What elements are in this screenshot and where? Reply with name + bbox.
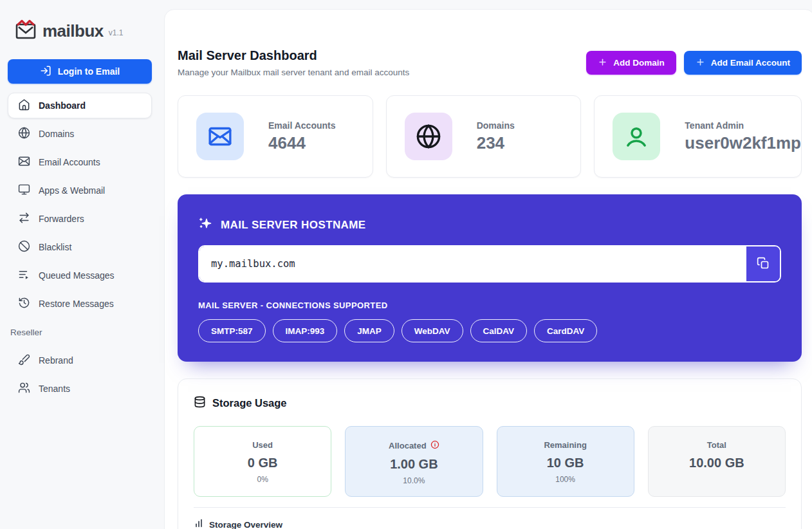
brand-version: v1.1: [109, 28, 124, 37]
page-subtitle: Manage your Mailbux mail server tenant a…: [178, 68, 409, 77]
sidebar-item-label: Blacklist: [39, 242, 71, 252]
storage-title-row: Storage Usage: [194, 379, 786, 411]
storage-card-percent: 0%: [194, 475, 331, 484]
sidebar-section-reseller: Reseller: [8, 318, 156, 346]
storage-divider: [194, 507, 786, 508]
stat-text-block: Tenant Admin user0w2kf1mp: [685, 120, 801, 153]
sidebar-item-restore-messages[interactable]: Restore Messages: [8, 290, 156, 318]
add-email-account-label: Add Email Account: [711, 58, 790, 68]
storage-card-percent: 10.0%: [346, 476, 482, 485]
chip-smtp[interactable]: SMTP:587: [198, 319, 266, 342]
login-icon: [40, 65, 51, 79]
storage-card-value: 10.00 GB: [649, 456, 785, 470]
mail-server-hostname-panel: MAIL SERVER HOSTNAME MAIL SERVER - CONNE…: [178, 194, 802, 362]
sidebar-item-rebrand[interactable]: Rebrand: [8, 346, 156, 375]
plus-icon: [598, 57, 607, 69]
sidebar-item-label: Restore Messages: [39, 299, 114, 309]
page-title: Mail Server Dashboard: [178, 48, 409, 63]
hostname-input-group: [198, 245, 781, 283]
chip-caldav[interactable]: CalDAV: [470, 319, 528, 342]
page-heading-block: Mail Server Dashboard Manage your Mailbu…: [178, 48, 409, 77]
header-actions: Add Domain Add Email Account: [586, 51, 802, 75]
app-root: mailbux v1.1 Login to Email Dashboard: [0, 0, 812, 529]
chip-webdav[interactable]: WebDAV: [401, 319, 463, 342]
brand-name: mailbux: [42, 21, 104, 41]
hostname-input[interactable]: [199, 246, 746, 281]
mailbux-logo-icon: [14, 19, 37, 42]
history-icon: [18, 297, 30, 311]
storage-card-label-text: Allocated: [389, 441, 427, 450]
stat-value: user0w2kf1mp: [685, 133, 801, 153]
storage-card-label: Used: [194, 440, 331, 450]
sidebar-item-label: Queued Messages: [39, 270, 115, 281]
login-button-label: Login to Email: [58, 66, 120, 77]
sidebar-item-email-accounts[interactable]: Email Accounts: [8, 148, 156, 176]
sidebar-item-queued-messages[interactable]: Queued Messages: [8, 261, 156, 290]
stat-label: Tenant Admin: [685, 120, 801, 131]
storage-card-value: 10 GB: [497, 456, 634, 470]
stat-text-block: Email Accounts 4644: [268, 120, 336, 153]
stat-card-domains: Domains 234: [386, 95, 582, 178]
page-header: Mail Server Dashboard Manage your Mailbu…: [178, 48, 802, 77]
storage-card-label: Remaining: [497, 440, 634, 450]
stat-label: Domains: [477, 120, 515, 131]
globe-icon: [18, 127, 30, 141]
storage-overview-label: Storage Overview: [209, 520, 282, 529]
main-panel: Mail Server Dashboard Manage your Mailbu…: [164, 9, 812, 529]
copy-icon: [757, 257, 770, 272]
sparkles-icon: [198, 216, 213, 234]
home-icon: [18, 98, 30, 113]
storage-minicards-row: Used 0 GB 0% Allocated 1.00 GB 10.: [194, 426, 786, 497]
sidebar-item-label: Dashboard: [39, 100, 86, 111]
sidebar-item-apps-webmail[interactable]: Apps & Webmail: [8, 176, 156, 205]
add-email-account-button[interactable]: Add Email Account: [684, 51, 802, 75]
stat-value: 4644: [268, 133, 336, 153]
storage-overview-row: Storage Overview: [194, 518, 786, 529]
storage-card-label: Allocated: [346, 440, 482, 451]
sidebar-item-domains[interactable]: Domains: [8, 120, 156, 148]
swap-arrows-icon: [18, 212, 30, 226]
storage-card-percent: 100%: [497, 475, 634, 484]
user-tile-icon: [613, 113, 660, 160]
chip-carddav[interactable]: CardDAV: [534, 319, 597, 342]
sidebar-item-dashboard[interactable]: Dashboard: [8, 93, 152, 118]
add-domain-label: Add Domain: [613, 58, 665, 68]
mail-tile-icon: [196, 113, 244, 160]
storage-card-label: Total: [649, 440, 785, 450]
sidebar-item-forwarders[interactable]: Forwarders: [8, 205, 156, 233]
connections-supported-label: MAIL SERVER - CONNECTIONS SUPPORTED: [198, 301, 781, 310]
storage-card-allocated: Allocated 1.00 GB 10.0%: [345, 426, 483, 497]
login-to-email-button[interactable]: Login to Email: [8, 59, 152, 84]
sidebar-item-blacklist[interactable]: Blacklist: [8, 233, 156, 261]
stat-card-email-accounts: Email Accounts 4644: [178, 95, 373, 178]
sidebar: mailbux v1.1 Login to Email Dashboard: [0, 0, 164, 529]
chip-imap[interactable]: IMAP:993: [273, 319, 338, 342]
sidebar-item-tenants[interactable]: Tenants: [8, 375, 156, 403]
chip-jmap[interactable]: JMAP: [344, 319, 394, 342]
copy-hostname-button[interactable]: [746, 246, 780, 281]
storage-card-value: 0 GB: [194, 456, 331, 470]
queue-list-icon: [18, 268, 30, 283]
storage-card-remaining: Remaining 10 GB 100%: [497, 426, 634, 497]
hostname-title-row: MAIL SERVER HOSTNAME: [198, 194, 781, 234]
database-icon: [194, 396, 206, 411]
storage-usage-card: Storage Usage Used 0 GB 0% Allocated: [178, 378, 802, 529]
storage-card-value: 1.00 GB: [346, 457, 482, 472]
stat-cards-row: Email Accounts 4644 Domains 234: [178, 95, 802, 178]
globe-tile-icon: [405, 113, 452, 160]
info-icon[interactable]: [430, 440, 439, 451]
storage-card-used: Used 0 GB 0%: [194, 426, 331, 497]
paintbrush-icon: [18, 353, 30, 367]
bar-chart-icon: [194, 518, 204, 529]
monitor-icon: [18, 183, 30, 198]
mail-icon: [18, 155, 30, 169]
stat-label: Email Accounts: [268, 120, 336, 131]
users-icon: [18, 382, 30, 396]
sidebar-item-label: Rebrand: [39, 355, 73, 366]
connection-chips-row: SMTP:587 IMAP:993 JMAP WebDAV CalDAV Car…: [198, 319, 781, 342]
hostname-title: MAIL SERVER HOSTNAME: [221, 219, 366, 232]
sidebar-item-label: Forwarders: [39, 214, 84, 224]
stat-value: 234: [477, 133, 515, 153]
sidebar-item-label: Tenants: [39, 384, 70, 394]
add-domain-button[interactable]: Add Domain: [586, 51, 676, 75]
